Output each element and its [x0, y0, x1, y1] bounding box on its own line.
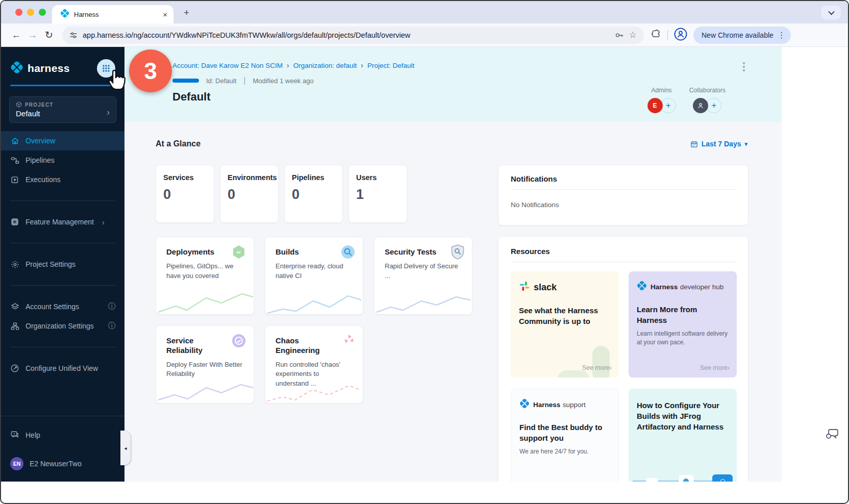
stat-card-environments[interactable]: Environments 0	[220, 165, 279, 223]
stat-value: 0	[163, 187, 207, 203]
module-title: Service Reliability	[166, 336, 228, 356]
admin-avatar[interactable]: E	[647, 98, 663, 113]
reload-button[interactable]: ↻	[41, 27, 57, 43]
url-bar[interactable]: app.harness.io/ng/account/YWdkwNPiTceDUK…	[62, 27, 644, 44]
stat-label: Services	[163, 173, 207, 182]
stat-card-pipelines[interactable]: Pipelines 0	[284, 165, 343, 223]
devhub-brand-bold: Harness	[651, 283, 678, 291]
sidebar-item-feature-management[interactable]: Feature Management ›	[1, 212, 124, 232]
url-text[interactable]: app.harness.io/ng/account/YWdkwNPiTceDUK…	[83, 31, 610, 39]
zoom-window-button[interactable]	[39, 9, 46, 16]
resource-desc: Learn intelligent software delivery at y…	[637, 330, 729, 347]
feature-management-icon	[10, 217, 19, 226]
svg-text:∞: ∞	[237, 249, 241, 255]
new-tab-button[interactable]: +	[184, 7, 189, 18]
harness-logo-icon	[637, 281, 647, 293]
collaborator-avatar-person-icon[interactable]	[693, 98, 708, 113]
layers-gear-icon	[10, 303, 19, 311]
tab-close-icon[interactable]: ×	[163, 11, 167, 18]
chrome-menu-icon[interactable]: ⋮	[778, 30, 786, 40]
annotation-step-badge: 3	[129, 49, 172, 92]
pipelines-icon	[10, 156, 19, 165]
toolbar-divider	[667, 30, 668, 40]
stat-label: Pipelines	[292, 173, 335, 182]
sidebar-collapse-handle[interactable]: ◂	[120, 431, 131, 465]
sidebar-divider	[10, 200, 115, 201]
browser-tab[interactable]: Harness ×	[52, 5, 173, 23]
resource-card-support[interactable]: Harness support Find the Best buddy to s…	[511, 389, 619, 482]
sidebar-item-label: Executions	[26, 175, 60, 184]
builds-circle-icon	[340, 244, 356, 262]
resource-desc: We are here 24/7 for you.	[519, 447, 610, 456]
stat-value: 1	[356, 187, 399, 203]
sidebar-item-project-settings[interactable]: Project Settings	[1, 255, 124, 274]
sparkline-decoration	[265, 379, 363, 403]
page-header: Account: Dave Karow E2 Non SCIM › Organi…	[124, 47, 782, 122]
page-body: At a Glance Last 7 Days ▾ Services	[124, 122, 782, 482]
panel-divider	[511, 262, 736, 262]
extensions-puzzle-icon[interactable]	[651, 29, 661, 41]
site-settings-icon[interactable]	[69, 31, 78, 39]
header-options-menu-icon[interactable]	[743, 62, 745, 71]
project-color-bar	[172, 79, 199, 83]
resource-card-slack[interactable]: slack See what the Harness Community is …	[511, 271, 619, 377]
window-controls	[15, 9, 46, 16]
resource-card-developer-hub[interactable]: Harness developer hub Learn More from Ha…	[629, 271, 737, 377]
sidebar-item-executions[interactable]: Executions	[1, 170, 124, 189]
see-more-link[interactable]: See more›	[582, 364, 612, 371]
module-card-service-reliability[interactable]: Service Reliability Deploy Faster With B…	[156, 325, 254, 404]
sidebar-item-organization-settings[interactable]: Organization Settings ⓘ	[1, 316, 124, 336]
sidebar-divider	[10, 347, 115, 347]
sidebar-item-pipelines[interactable]: Pipelines	[1, 150, 124, 170]
stat-card-services[interactable]: Services 0	[156, 165, 214, 223]
user-avatar: EN	[10, 457, 23, 470]
back-button[interactable]: ←	[8, 27, 24, 43]
info-icon[interactable]: ⓘ	[108, 302, 115, 311]
slack-brand-label: slack	[534, 282, 557, 293]
breadcrumb-project-link[interactable]: Project: Default	[367, 62, 414, 69]
sidebar-item-configure-unified-view[interactable]: Configure Unified View	[1, 359, 124, 378]
sidebar-divider	[10, 243, 115, 243]
profile-icon[interactable]	[674, 28, 687, 43]
sparkline-decoration	[265, 290, 363, 314]
password-key-icon[interactable]	[615, 31, 624, 40]
notifications-empty-text: No Notifications	[511, 201, 736, 209]
chrome-update-button[interactable]: New Chrome available ⋮	[693, 27, 791, 44]
tab-search-button[interactable]	[821, 6, 841, 19]
sidebar-item-label: Overview	[26, 137, 55, 145]
project-name: Default	[16, 109, 110, 118]
add-collaborator-button[interactable]: +	[706, 98, 721, 113]
resource-card-jfrog[interactable]: How to Configure Your Builds with JFrog …	[629, 389, 737, 482]
sidebar-item-help[interactable]: ? Help	[1, 425, 124, 445]
sidebar-user[interactable]: EN E2 NewuserTwo	[1, 454, 124, 473]
sidebar-item-label: Account Settings	[26, 303, 79, 311]
harness-logo-icon	[10, 61, 23, 76]
sidebar-item-label: Configure Unified View	[26, 364, 98, 372]
sidebar-item-overview[interactable]: Overview	[1, 131, 124, 150]
module-card-chaos-engineering[interactable]: Chaos Engineering Run controlled 'chaos'…	[265, 325, 363, 404]
panel-divider	[511, 189, 736, 190]
stat-card-users[interactable]: Users 1	[348, 165, 407, 223]
sparkline-decoration	[374, 290, 472, 314]
minimize-window-button[interactable]	[27, 9, 34, 16]
add-admin-button[interactable]: +	[661, 98, 676, 113]
module-card-security-tests[interactable]: Security Tests Rapid Delivery of Secure …	[374, 237, 472, 315]
see-more-link[interactable]: See more›	[700, 364, 730, 371]
info-icon[interactable]: ⓘ	[108, 321, 115, 331]
gear-icon	[10, 260, 19, 269]
project-selector[interactable]: PROJECT Default ›	[9, 96, 116, 123]
resource-heading: See what the Harness Community is up to	[519, 305, 611, 326]
sidebar-item-account-settings[interactable]: Account Settings ⓘ	[1, 297, 124, 316]
tab-title: Harness	[74, 11, 158, 18]
chat-support-icon[interactable]	[826, 427, 839, 442]
module-card-deployments[interactable]: Deployments Pipelines, GitOps... we have…	[156, 237, 254, 315]
module-desc: Pipelines, GitOps... we have you covered	[166, 262, 243, 281]
breadcrumb-account-link[interactable]: Account: Dave Karow E2 Non SCIM	[172, 62, 283, 69]
date-range-dropdown[interactable]: Last 7 Days ▾	[690, 140, 747, 148]
close-window-button[interactable]	[15, 9, 22, 16]
module-title: Deployments	[166, 247, 228, 257]
forward-button[interactable]: →	[24, 27, 41, 43]
bookmark-star-icon[interactable]: ☆	[629, 30, 637, 40]
module-card-builds[interactable]: Builds Enterprise ready, cloud native CI	[265, 237, 363, 315]
breadcrumb-organization-link[interactable]: Organization: default	[293, 62, 357, 69]
